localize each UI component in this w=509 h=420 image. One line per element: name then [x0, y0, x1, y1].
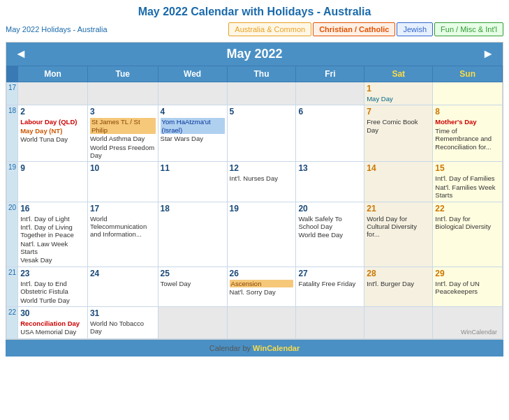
footer-text: Calendar by WinCalendar [209, 344, 300, 352]
day-19: 19 [227, 202, 296, 267]
table-row: 21 23 Int'l. Day to End Obstetric Fistul… [7, 267, 503, 306]
wincalendar-link[interactable]: WinCalendar [253, 344, 300, 352]
week-num-19: 19 [7, 162, 18, 202]
day-number: 9 [20, 163, 85, 173]
day-10: 10 [87, 162, 158, 202]
day-7-sat: 7 Free Comic Book Day [364, 105, 433, 162]
day-6: 6 [296, 105, 364, 162]
day-27: 27 Fatality Free Friday [296, 267, 364, 306]
table-row: 20 16 Int'l. Day of Light Int'l. Day of … [7, 202, 503, 267]
event: Vesak Day [20, 256, 85, 264]
tab-australia[interactable]: Australia & Common [228, 22, 311, 36]
event: Free Comic Book Day [367, 118, 430, 134]
day-number: 13 [298, 163, 362, 173]
week-num-17: 17 [7, 82, 18, 105]
day-13: 13 [296, 162, 364, 202]
table-row: 18 2 Labour Day (QLD) May Day (NT) World… [7, 105, 503, 162]
calendar: ◄ May 2022 ► Mon Tue Wed Thu Fri Sat Sun [6, 42, 503, 340]
event: Fatality Free Friday [298, 280, 362, 287]
col-sat: Sat [364, 66, 433, 82]
col-sun: Sun [433, 66, 503, 82]
day-number: 6 [298, 107, 362, 117]
tab-jewish[interactable]: Jewish [397, 22, 433, 36]
tab-christian[interactable]: Christian / Catholic [313, 22, 395, 36]
event: Labour Day (QLD) [20, 118, 85, 126]
day-28-sat: 28 Int'l. Burger Day [364, 267, 433, 306]
event: World No Tobacco Day [90, 320, 156, 336]
day-empty [158, 82, 227, 105]
event: Int'l. Day for Biological Diversity [435, 215, 500, 231]
day-number: 7 [367, 107, 430, 117]
day-number: 23 [20, 269, 85, 278]
event: Int'l. Day of Families [435, 174, 500, 182]
day-14-sat: 14 [364, 162, 433, 202]
tab-fun[interactable]: Fun / Misc & Int'l [434, 22, 503, 36]
event: Reconciliation Day [20, 320, 85, 327]
event: World Telecommunication and Information.… [90, 215, 156, 239]
wincalendar-note: WinCalendar [435, 329, 500, 337]
day-empty: WinCalendar [433, 307, 503, 339]
event: May Day [367, 95, 430, 103]
week-num-21: 21 [7, 267, 18, 306]
col-wed: Wed [158, 66, 227, 82]
next-month-button[interactable]: ► [482, 47, 494, 61]
week-num-20: 20 [7, 202, 18, 267]
event: World Asthma Day [90, 135, 156, 142]
table-row: 22 30 Reconciliation Day USA Memorial Da… [7, 307, 503, 339]
day-number: 29 [435, 269, 500, 278]
day-24: 24 [87, 267, 158, 306]
filter-tabs: Australia & Common Christian / Catholic … [228, 22, 503, 36]
event: World Bee Day [298, 231, 362, 239]
day-12: 12 Int'l. Nurses Day [227, 162, 296, 202]
day-empty-sun [433, 82, 503, 105]
event: Nat'l. Law Week Starts [20, 240, 85, 256]
day-number: 11 [161, 163, 225, 173]
day-30: 30 Reconciliation Day USA Memorial Day [18, 307, 88, 339]
week-num-header [7, 66, 18, 82]
day-number: 21 [367, 204, 430, 213]
day-number: 27 [298, 269, 362, 278]
day-number: 19 [230, 204, 294, 213]
footer-bar: Calendar by WinCalendar [6, 340, 503, 357]
event: Towel Day [161, 280, 225, 287]
week-num-18: 18 [7, 105, 18, 162]
day-11: 11 [158, 162, 227, 202]
event: Int'l. Day of UN Peacekeepers [435, 280, 500, 296]
day-20: 20 Walk Safely To School Day World Bee D… [296, 202, 364, 267]
day-number: 2 [20, 107, 85, 117]
day-16: 16 Int'l. Day of Light Int'l. Day of Liv… [18, 202, 88, 267]
day-number: 15 [435, 163, 500, 173]
day-empty [227, 82, 296, 105]
day-number: 18 [161, 204, 225, 213]
event: Int'l. Day of Light [20, 215, 85, 223]
day-9: 9 [18, 162, 88, 202]
event: Int'l. Day to End Obstetric Fistula [20, 280, 85, 296]
day-number: 8 [435, 107, 500, 117]
day-22-sun: 22 Int'l. Day for Biological Diversity [433, 202, 503, 267]
day-number: 16 [20, 204, 85, 213]
week-num-22: 22 [7, 307, 18, 339]
col-fri: Fri [296, 66, 364, 82]
event: Nat'l. Sorry Day [230, 288, 294, 296]
day-4: 4 Yom HaAtzma'ut (Israel) Star Wars Day [158, 105, 227, 162]
event: Int'l. Day of Living Together in Peace [20, 223, 85, 239]
day-25: 25 Towel Day [158, 267, 227, 306]
event: St James TL / St Philip [90, 118, 156, 134]
day-number: 20 [298, 204, 362, 213]
day-number: 17 [90, 204, 156, 213]
day-number: 14 [367, 163, 430, 173]
event: Walk Safely To School Day [298, 215, 362, 231]
event: Yom HaAtzma'ut (Israel) [161, 118, 225, 134]
day-15-sun: 15 Int'l. Day of Families Nat'l. Familie… [433, 162, 503, 202]
table-row: 19 9 10 11 12 Int'l. Nurses Day [7, 162, 503, 202]
prev-month-button[interactable]: ◄ [15, 47, 27, 61]
day-23: 23 Int'l. Day to End Obstetric Fistula W… [18, 267, 88, 306]
day-26: 26 Ascension Nat'l. Sorry Day [227, 267, 296, 306]
day-empty [296, 307, 364, 339]
day-number: 28 [367, 269, 430, 278]
table-row: 17 1 May Day [7, 82, 503, 105]
day-empty [364, 307, 433, 339]
day-5: 5 [227, 105, 296, 162]
event: May Day (NT) [20, 127, 85, 135]
day-number: 24 [90, 269, 156, 278]
